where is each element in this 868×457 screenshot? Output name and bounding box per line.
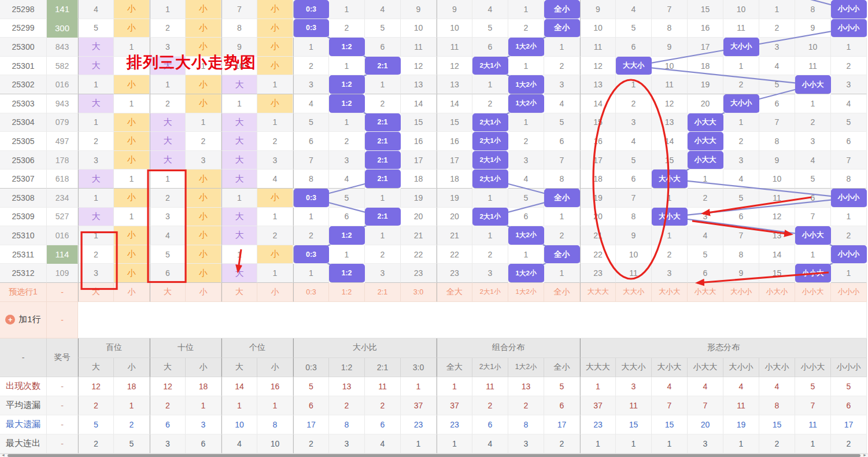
cell-ratio-2-1: 2 [365, 94, 401, 113]
preselect-combo-all-big[interactable]: 全大 [437, 283, 472, 302]
preselect-tens-small[interactable]: 小 [186, 283, 221, 302]
preselect-units-small[interactable]: 小 [257, 283, 293, 302]
preselect-pat-bbb[interactable]: 大大大 [580, 283, 616, 302]
cell-pat-ssb: 小小大 [795, 226, 831, 245]
cell-combo-all-big: 19 [437, 189, 472, 208]
preselect-pat-sss[interactable]: 小小小 [831, 283, 867, 302]
cell-pat-bbs: 6 [616, 169, 652, 189]
preselect-units-big[interactable]: 大 [221, 283, 257, 302]
preselect-combo-1big2small[interactable]: 1大2小 [508, 283, 544, 302]
horizontal-scrollbar[interactable]: ◄ ► [0, 454, 868, 457]
cell-pat-bss: 1 [723, 113, 759, 132]
add-row-button[interactable]: +加1行 [0, 302, 47, 338]
cell-tens-small: 小 [186, 169, 221, 189]
cell-hundreds-big: 大 [78, 208, 114, 227]
group-header: 形态分布 [580, 338, 867, 358]
cell-pat-bbb: 20 [580, 208, 616, 227]
stat-ratio-2-1: 11 [365, 377, 401, 396]
cell-ratio-1-2: 1 [329, 0, 365, 19]
stat-pat-sss: 6 [831, 396, 867, 415]
preselect-pat-bsb[interactable]: 大小大 [652, 283, 688, 302]
scrollbar-thumb[interactable] [8, 454, 860, 457]
cell-pat-ssb: 小小大 [795, 75, 831, 94]
cell-pat-bsb: 7 [652, 0, 688, 19]
cell-pat-sbb: 小大大 [688, 113, 723, 132]
period-cell: 25298 [0, 0, 47, 19]
stat-combo-2big1small: 11 [472, 377, 508, 396]
cell-ratio-0-3: 0:3 [293, 0, 329, 19]
cell-pat-bbs: 2 [616, 94, 652, 113]
prize-cell: 234 [47, 189, 78, 208]
stat-pat-sss: 5 [831, 377, 867, 396]
cell-pat-sbs: 13 [759, 226, 795, 245]
sub-header-pat-bss: 大小小 [723, 358, 759, 377]
cell-units-big: 大 [221, 208, 257, 227]
cell-pat-bbb: 12 [580, 57, 616, 76]
sub-header-pat-bbs: 大大小 [616, 358, 652, 377]
cell-tens-small: 小 [186, 208, 221, 227]
preselect-pat-bss[interactable]: 大小小 [723, 283, 759, 302]
prize-cell: 079 [47, 113, 78, 132]
preselect-ratio-1-2[interactable]: 1:2 [329, 283, 365, 302]
cell-units-small: 1 [257, 113, 293, 132]
preselect-ratio-2-1[interactable]: 2:1 [365, 283, 401, 302]
cell-pat-sbs: 9 [759, 151, 795, 170]
preselect-ratio-3-0[interactable]: 3:0 [401, 283, 437, 302]
cell-combo-all-small: 全小 [544, 19, 580, 38]
prize-cell: 527 [47, 208, 78, 227]
cell-hundreds-small: 小 [114, 245, 150, 264]
stat-pat-bbs: 1 [616, 434, 652, 454]
period-cell: 25299 [0, 19, 47, 38]
stat-row-dash: - [47, 377, 78, 396]
stat-pat-bsb: 1 [652, 434, 688, 454]
scrollbar-left-arrow-icon[interactable]: ◄ [1, 453, 5, 457]
cell-pat-sbb: 19 [688, 75, 723, 94]
cell-pat-bss: 大小小 [723, 94, 759, 113]
sub-header-hundreds-big: 大 [78, 358, 114, 377]
cell-combo-1big2small: 1 [508, 113, 544, 132]
sub-header-pat-sss: 小小小 [831, 358, 867, 377]
preselect-combo-2big1small[interactable]: 2大1小 [472, 283, 508, 302]
preselect-hundreds-small[interactable]: 小 [114, 283, 150, 302]
preselect-pat-bbs[interactable]: 大大小 [616, 283, 652, 302]
preselect-ratio-0-3[interactable]: 0:3 [293, 283, 329, 302]
cell-hundreds-big: 5 [78, 19, 114, 38]
cell-pat-bsb: 8 [652, 19, 688, 38]
preselect-hundreds-big[interactable]: 大 [78, 283, 114, 302]
preselect-pat-sbb[interactable]: 小大大 [688, 283, 723, 302]
period-cell: 25312 [0, 264, 47, 283]
cell-ratio-0-3: 1 [293, 208, 329, 227]
stat-pat-bbs: 15 [616, 415, 652, 434]
preselect-pat-ssb[interactable]: 小小大 [795, 283, 831, 302]
stat-hundreds-small: 5 [114, 434, 150, 454]
stat-ratio-1-2: 13 [329, 377, 365, 396]
cell-combo-1big2small: 1大2小 [508, 38, 544, 57]
cell-pat-sbs: 8 [759, 132, 795, 151]
cell-hundreds-small: 1 [114, 169, 150, 189]
preselect-tens-big[interactable]: 大 [150, 283, 186, 302]
period-cell: 25309 [0, 208, 47, 227]
cell-pat-sbs: 11 [759, 189, 795, 208]
cell-combo-2big1small: 1 [472, 226, 508, 245]
cell-pat-bsb: 大小大 [652, 169, 688, 189]
preselect-pat-sbs[interactable]: 小大小 [759, 283, 795, 302]
cell-ratio-1-2: 3 [329, 151, 365, 170]
cell-pat-bbs: 5 [616, 19, 652, 38]
cell-tens-small: 小 [186, 189, 221, 208]
stat-pat-sbb: 3 [688, 434, 723, 454]
cell-pat-sss: 1 [831, 208, 867, 227]
stat-combo-all-big: 1 [437, 377, 472, 396]
scrollbar-right-arrow-icon[interactable]: ► [863, 453, 867, 457]
cell-tens-big: 大 [150, 132, 186, 151]
cell-pat-sbb: 6 [688, 264, 723, 283]
stat-combo-all-small: 17 [544, 415, 580, 434]
cell-pat-bbb: 21 [580, 226, 616, 245]
cell-pat-sss: 2 [831, 57, 867, 76]
stat-hundreds-small: 2 [114, 415, 150, 434]
cell-units-big: 大 [221, 113, 257, 132]
stat-combo-1big2small: 3 [508, 434, 544, 454]
cell-hundreds-big: 1 [78, 75, 114, 94]
preselect-combo-all-small[interactable]: 全小 [544, 283, 580, 302]
stat-ratio-2-1: 4 [365, 434, 401, 454]
cell-combo-1big2small: 1 [508, 57, 544, 76]
